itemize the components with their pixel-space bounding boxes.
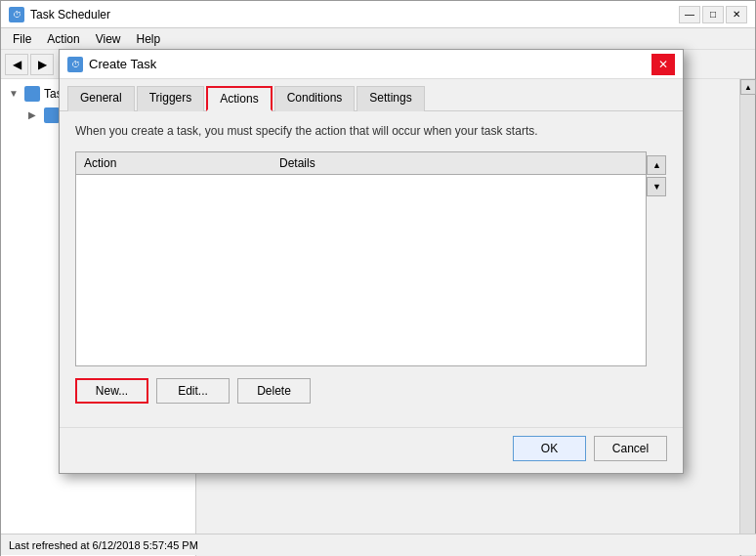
scroll-up[interactable]: ▲ (740, 79, 756, 95)
status-text: Last refreshed at 6/12/2018 5:57:45 PM (9, 539, 198, 551)
tab-conditions[interactable]: Conditions (274, 86, 356, 111)
dialog-icon: ⏱ (67, 57, 83, 72)
back-button[interactable]: ◀ (5, 54, 28, 75)
actions-table: Action Details (75, 151, 647, 366)
expand-icon-2: ▶ (28, 109, 40, 121)
dialog-close-button[interactable]: ✕ (651, 54, 675, 75)
table-wrapper: Action Details ▲ ▼ (75, 151, 667, 378)
tab-general[interactable]: General (67, 86, 135, 111)
menu-help[interactable]: Help (129, 30, 169, 48)
close-button[interactable]: ✕ (726, 6, 747, 23)
dialog-footer: OK Cancel (60, 427, 683, 473)
title-buttons: — □ ✕ (679, 6, 747, 23)
scrollbar[interactable]: ▲ ▼ (739, 79, 755, 556)
table-header: Action Details (76, 152, 646, 175)
minimize-button[interactable]: — (679, 6, 700, 23)
table-scroll: ▲ ▼ (647, 151, 667, 378)
delete-action-button[interactable]: Delete (237, 378, 311, 404)
new-action-button[interactable]: New... (75, 378, 148, 404)
app-icon: ⏱ (9, 7, 24, 22)
maximize-button[interactable]: □ (702, 6, 724, 23)
menu-view[interactable]: View (88, 30, 129, 48)
status-bar: Last refreshed at 6/12/2018 5:57:45 PM (1, 534, 756, 555)
table-scroll-down[interactable]: ▼ (647, 177, 666, 196)
titlebar: ⏱ Task Scheduler — □ ✕ (1, 1, 755, 28)
folder-icon (24, 86, 40, 102)
edit-action-button[interactable]: Edit... (156, 378, 230, 404)
folder-icon-2 (44, 107, 60, 123)
desktop: ⏱ Task Scheduler — □ ✕ File Action View … (0, 0, 756, 556)
menu-file[interactable]: File (5, 30, 39, 48)
tab-settings[interactable]: Settings (357, 86, 424, 111)
menu-action[interactable]: Action (39, 30, 87, 48)
tab-bar: General Triggers Actions Conditions Sett… (60, 79, 683, 111)
window-title: Task Scheduler (30, 8, 679, 21)
tab-triggers[interactable]: Triggers (137, 86, 205, 111)
menu-bar: File Action View Help (1, 28, 755, 50)
dialog-content: When you create a task, you must specify… (60, 111, 683, 427)
table-scroll-up[interactable]: ▲ (647, 155, 666, 175)
create-task-dialog: ⏱ Create Task ✕ General Triggers Actions… (59, 49, 684, 474)
col-action: Action (84, 156, 201, 170)
ok-button[interactable]: OK (513, 436, 586, 461)
expand-icon: ▼ (9, 88, 21, 100)
table-body (76, 175, 646, 183)
dialog-description: When you create a task, you must specify… (75, 123, 667, 140)
forward-button[interactable]: ▶ (30, 54, 54, 75)
cancel-button[interactable]: Cancel (594, 436, 667, 461)
action-buttons-row: New... Edit... Delete (75, 378, 667, 404)
dialog-title: Create Task (89, 57, 651, 71)
col-details: Details (279, 156, 315, 170)
tab-actions[interactable]: Actions (206, 86, 272, 111)
dialog-titlebar: ⏱ Create Task ✕ (60, 50, 683, 79)
